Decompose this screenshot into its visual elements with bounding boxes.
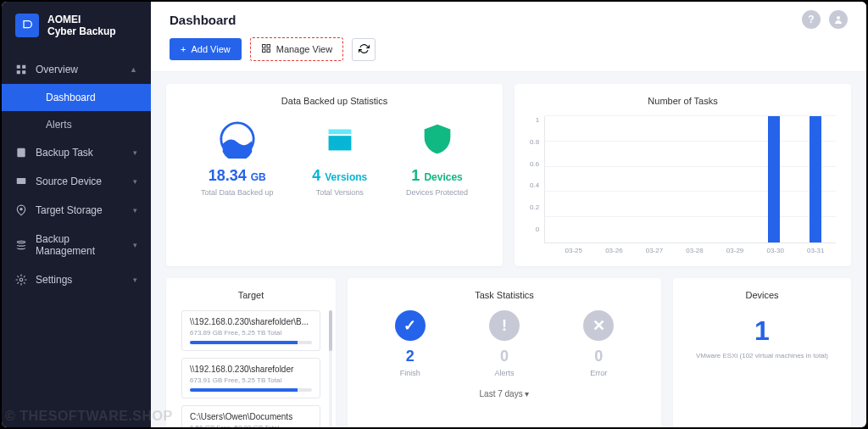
chevron-down-icon: ▾ <box>133 276 137 284</box>
task-stat-label: Alerts <box>489 369 520 377</box>
task-stat-finish: ✓2Finish <box>395 310 426 377</box>
chart-bar <box>753 116 794 242</box>
sidebar-item-label: Backup Management <box>36 233 125 257</box>
svg-rect-10 <box>267 45 270 48</box>
svg-point-8 <box>837 16 840 20</box>
task-stat-label: Error <box>583 369 614 377</box>
task-stat-label: Finish <box>395 369 426 377</box>
svg-rect-11 <box>262 49 265 53</box>
backup-task-icon <box>15 147 27 159</box>
target-sub: 673.91 GB Free, 5.25 TB Total <box>190 376 312 384</box>
sidebar-item-label: Target Storage <box>36 204 103 216</box>
data-backed-icon <box>218 120 257 159</box>
task-period-dropdown[interactable]: Last 7 days ▾ <box>363 389 646 398</box>
chevron-up-icon: ▲ <box>130 65 137 74</box>
settings-icon <box>15 274 27 286</box>
target-item[interactable]: \\192.168.0.230\sharefolder673.91 GB Fre… <box>181 358 320 398</box>
target-path: C:\Users\Owen\Documents <box>190 412 312 421</box>
sidebar-item-settings[interactable]: Settings ▾ <box>2 265 151 294</box>
task-stats-card: Task Statistics ✓2Finish!0Alerts✕0Error … <box>348 278 661 427</box>
chart-bar <box>711 116 753 242</box>
target-sub: 6.56 GB Free, 50.00 GB Total <box>190 424 312 427</box>
card-title: Devices <box>688 290 836 300</box>
svg-point-7 <box>19 278 23 281</box>
stat-data-backed: 18.34 GB Total Data Backed up <box>201 116 274 197</box>
chevron-down-icon: ▾ <box>133 206 137 214</box>
chevron-down-icon: ▾ <box>133 241 137 249</box>
brand-line2: Cyber Backup <box>47 25 116 37</box>
main: Dashboard ? + Add View Manage View <box>151 2 866 427</box>
versions-icon <box>320 120 359 159</box>
sidebar-item-backup-task[interactable]: Backup Task ▾ <box>2 138 151 167</box>
chevron-down-icon: ▾ <box>133 177 137 186</box>
chart-card: Number of Tasks 10.80.60.40.20 03-2503-2… <box>515 84 851 266</box>
card-title: Task Statistics <box>363 290 646 300</box>
add-view-button[interactable]: + Add View <box>170 38 242 60</box>
chart-bar <box>545 116 587 242</box>
overview-icon <box>15 64 27 75</box>
source-device-icon <box>15 176 27 187</box>
manage-icon <box>261 43 271 55</box>
svg-rect-4 <box>17 148 25 158</box>
devices-count: 1 <box>688 315 836 347</box>
chevron-down-icon: ▾ <box>525 389 529 398</box>
target-storage-icon <box>15 204 27 216</box>
target-sub: 673.89 GB Free, 5.25 TB Total <box>190 329 312 337</box>
nav: Overview ▲ Dashboard Alerts Backup Task … <box>2 50 151 427</box>
brand-logo <box>15 14 39 37</box>
sidebar: AOMEI Cyber Backup Overview ▲ Dashboard … <box>2 2 151 427</box>
stat-devices: 1 Devices Devices Protected <box>406 116 468 197</box>
svg-rect-15 <box>328 136 351 150</box>
task-stat-count: 0 <box>489 348 520 365</box>
stats-card: Data Backed up Statistics 18.34 GB Total… <box>166 84 503 266</box>
card-title: Number of Tasks <box>530 96 836 106</box>
chart-y-axis: 10.80.60.40.20 <box>530 116 544 243</box>
refresh-button[interactable] <box>352 38 376 61</box>
chart-bar <box>794 116 836 242</box>
devices-icon <box>418 120 457 159</box>
svg-rect-9 <box>262 45 265 48</box>
svg-rect-0 <box>17 65 20 69</box>
target-item[interactable]: \\192.168.0.230\sharefolder\B...673.89 G… <box>181 310 320 351</box>
sidebar-item-target-storage[interactable]: Target Storage ▾ <box>2 196 151 225</box>
task-stat-count: 0 <box>583 348 614 365</box>
sidebar-subitem-alerts[interactable]: Alerts <box>36 111 151 138</box>
sidebar-item-label: Source Device <box>36 176 102 187</box>
sidebar-item-label: Settings <box>36 274 72 286</box>
sidebar-item-overview[interactable]: Overview ▲ <box>2 55 151 84</box>
target-path: \\192.168.0.230\sharefolder <box>190 365 312 374</box>
task-stat-count: 2 <box>395 348 426 365</box>
card-title: Data Backed up Statistics <box>181 96 487 106</box>
devices-sub: VMware ESXi (102 virtual machines in tot… <box>688 352 836 359</box>
stat-versions: 4 Versions Total Versions <box>312 116 367 197</box>
devices-card: Devices 1 VMware ESXi (102 virtual machi… <box>673 278 851 427</box>
brand: AOMEI Cyber Backup <box>2 2 151 50</box>
scrollbar[interactable] <box>329 310 332 427</box>
plus-icon: + <box>181 44 186 54</box>
user-icon[interactable] <box>829 10 848 29</box>
chart-bar <box>670 116 711 242</box>
toolbar: + Add View Manage View <box>170 37 848 61</box>
svg-rect-5 <box>17 178 26 184</box>
alert-icon: ! <box>489 310 520 341</box>
sidebar-subitem-dashboard[interactable]: Dashboard <box>2 84 151 111</box>
backup-mgmt-icon <box>15 239 27 251</box>
error-icon: ✕ <box>583 310 614 341</box>
brand-line1: AOMEI <box>47 14 116 25</box>
help-icon[interactable]: ? <box>802 10 821 29</box>
svg-rect-14 <box>328 130 351 135</box>
card-title: Target <box>181 290 320 300</box>
sidebar-item-source-device[interactable]: Source Device ▾ <box>2 167 151 196</box>
sidebar-item-backup-management[interactable]: Backup Management ▾ <box>2 225 151 265</box>
svg-point-6 <box>19 208 23 211</box>
chart-bar <box>587 116 628 242</box>
svg-rect-1 <box>22 65 25 69</box>
target-card: Target \\192.168.0.230\sharefolder\B...6… <box>166 278 336 427</box>
svg-rect-12 <box>267 49 270 53</box>
manage-view-button[interactable]: Manage View <box>250 37 343 61</box>
sidebar-item-label: Overview <box>36 64 78 75</box>
page-title: Dashboard <box>170 13 236 27</box>
topbar: Dashboard ? + Add View Manage View <box>151 2 866 72</box>
target-item[interactable]: C:\Users\Owen\Documents6.56 GB Free, 50.… <box>181 405 320 427</box>
finish-icon: ✓ <box>395 310 426 341</box>
